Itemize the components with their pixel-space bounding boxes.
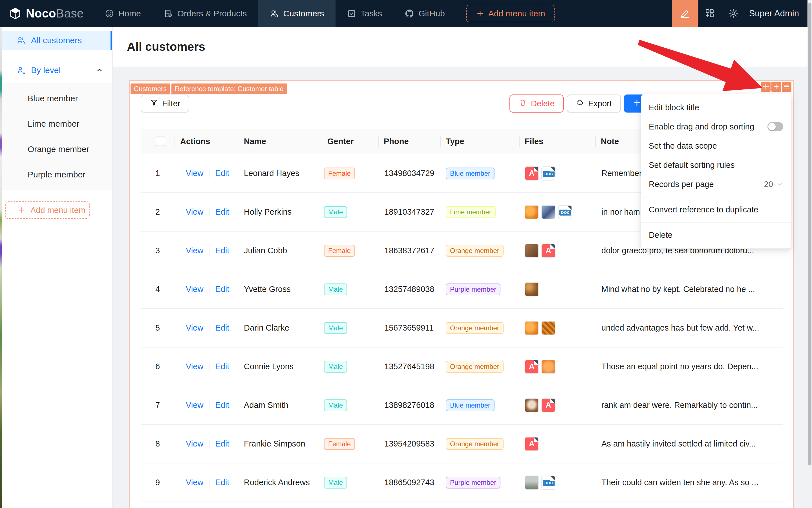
sidebar-group-by-level[interactable]: By level — [0, 61, 112, 80]
sidebar-item-blue-member[interactable]: Blue member — [0, 86, 112, 111]
view-link[interactable]: View — [186, 439, 203, 449]
view-link[interactable]: View — [186, 169, 203, 178]
edit-link[interactable]: Edit — [215, 169, 229, 178]
sidebar-item-orange-member[interactable]: Orange member — [0, 136, 112, 162]
view-link[interactable]: View — [186, 207, 203, 217]
menu-item-drag-drop-sorting[interactable]: Enable drag and drop sorting — [641, 117, 791, 136]
nav-item-github[interactable]: GitHub — [393, 0, 456, 27]
nav-item-home[interactable]: Home — [93, 0, 152, 27]
settings-button[interactable] — [721, 0, 745, 27]
image-thumbnail-img-oranges2[interactable] — [541, 321, 555, 335]
image-thumbnail-img-food[interactable] — [525, 244, 539, 258]
image-thumbnail-img-orange-fruit[interactable] — [541, 359, 555, 374]
pdf-file-thumbnail[interactable]: A — [525, 359, 539, 374]
action-divider — [209, 479, 210, 486]
filter-button[interactable]: Filter — [141, 94, 189, 113]
nav-item-label: Tasks — [361, 9, 382, 18]
column-header-actions[interactable]: Actions — [175, 129, 234, 154]
customer-name: Yvette Gross — [234, 285, 322, 294]
column-header-phone[interactable]: Phone — [378, 129, 440, 154]
column-header-type[interactable]: Type — [440, 129, 519, 154]
ui-editor-button[interactable] — [672, 0, 698, 27]
block-settings-button[interactable] — [782, 82, 792, 92]
image-thumbnail-img-berries[interactable] — [525, 282, 539, 296]
sidebar-item-purple-member[interactable]: Purple member — [0, 162, 112, 187]
view-link[interactable]: View — [186, 246, 203, 255]
menu-item-records-per-page[interactable]: Records per page20 — [641, 175, 791, 194]
pdf-file-thumbnail[interactable]: A — [541, 244, 555, 258]
pdf-file-thumbnail[interactable]: A — [525, 166, 539, 180]
image-thumbnail-img-oranges[interactable] — [525, 205, 539, 219]
select-all-checkbox[interactable] — [155, 136, 165, 146]
sidebar-item-lime-member[interactable]: Lime member — [0, 111, 112, 136]
row-actions: ViewEdit — [175, 323, 234, 333]
pdf-file-thumbnail[interactable]: A — [541, 398, 555, 412]
nav-item-customers[interactable]: Customers — [258, 0, 335, 27]
note-cell: Their could can widen ten she any. As so… — [595, 478, 783, 487]
export-button[interactable]: Export — [567, 94, 621, 113]
column-header-genter[interactable]: Genter — [322, 129, 378, 154]
view-link[interactable]: View — [186, 362, 203, 371]
user-menu[interactable]: Super Admin — [745, 0, 812, 27]
nav-item-orders-products[interactable]: Orders & Products — [152, 0, 258, 27]
image-thumbnail-img-storefront[interactable] — [525, 475, 539, 490]
add-block-button[interactable] — [771, 82, 781, 92]
row-index: 3 — [141, 246, 175, 255]
highlighter-pen-icon — [679, 8, 690, 20]
funnel-icon — [150, 98, 158, 109]
edit-link[interactable]: Edit — [215, 362, 229, 371]
row-index: 9 — [141, 478, 175, 487]
image-thumbnail-img-oranges[interactable] — [525, 321, 539, 335]
view-link[interactable]: View — [186, 478, 203, 487]
delete-button[interactable]: Delete — [509, 94, 563, 113]
drag-sort-toggle[interactable] — [767, 122, 783, 131]
phone-cell: 18638372617 — [378, 246, 440, 255]
gender-tag: Male — [324, 477, 347, 489]
edit-link[interactable]: Edit — [215, 246, 229, 255]
view-link[interactable]: View — [186, 400, 203, 410]
member-type-tag: Lime member — [446, 206, 496, 218]
edit-link[interactable]: Edit — [215, 400, 229, 410]
drag-handle-button[interactable] — [761, 82, 771, 92]
type-cell: Purple member — [440, 477, 519, 489]
doc-file-thumbnail[interactable]: DOC — [541, 166, 555, 180]
menu-item-edit-block-title[interactable]: Edit block title — [641, 98, 791, 117]
edit-link[interactable]: Edit — [215, 285, 229, 294]
scrollbar-thumb[interactable] — [808, 3, 811, 465]
type-cell: Orange member — [440, 361, 519, 373]
edit-link[interactable]: Edit — [215, 439, 229, 449]
column-header-name[interactable]: Name — [234, 129, 322, 154]
grid-plus-icon — [704, 8, 715, 19]
designer-tag: Customers — [131, 84, 170, 94]
page-title: All customers — [127, 40, 205, 54]
doc-file-thumbnail[interactable]: DOC — [541, 475, 555, 490]
edit-link[interactable]: Edit — [215, 207, 229, 217]
nav-item-tasks[interactable]: Tasks — [335, 0, 394, 27]
edit-link[interactable]: Edit — [215, 323, 229, 333]
image-thumbnail-img-coffee[interactable] — [525, 398, 539, 412]
menu-item-delete-block[interactable]: Delete — [641, 225, 791, 245]
action-divider — [209, 247, 210, 255]
sidebar-item-all-customers[interactable]: All customers — [0, 31, 112, 50]
view-link[interactable]: View — [186, 285, 203, 294]
pdf-file-thumbnail[interactable]: A — [525, 437, 539, 451]
nocobase-logo-icon — [8, 7, 22, 20]
doc-file-thumbnail[interactable]: DOC — [558, 205, 572, 219]
column-header-files[interactable]: Files — [519, 129, 595, 154]
plugin-manager-button[interactable] — [698, 0, 721, 27]
menu-item-set-sorting-rules[interactable]: Set default sorting rules — [641, 156, 791, 175]
type-cell: Blue member — [440, 399, 519, 411]
menu-item-convert-reference[interactable]: Convert reference to duplicate — [641, 200, 791, 219]
smiley-icon — [104, 9, 114, 18]
action-divider — [209, 363, 210, 371]
edit-link[interactable]: Edit — [215, 478, 229, 487]
nocobase-logo[interactable]: NocoBase — [0, 0, 93, 27]
menu-divider — [641, 197, 791, 197]
view-link[interactable]: View — [186, 323, 203, 333]
image-thumbnail-img-people[interactable] — [541, 205, 555, 219]
menu-item-set-data-scope[interactable]: Set the data scope — [641, 136, 791, 156]
navbar-add-menu-item-button[interactable]: Add menu item — [466, 5, 555, 22]
files-cell: A — [519, 437, 595, 451]
sidebar-add-menu-item-button[interactable]: Add menu item — [5, 201, 90, 219]
gender-cell: Male — [322, 399, 378, 411]
